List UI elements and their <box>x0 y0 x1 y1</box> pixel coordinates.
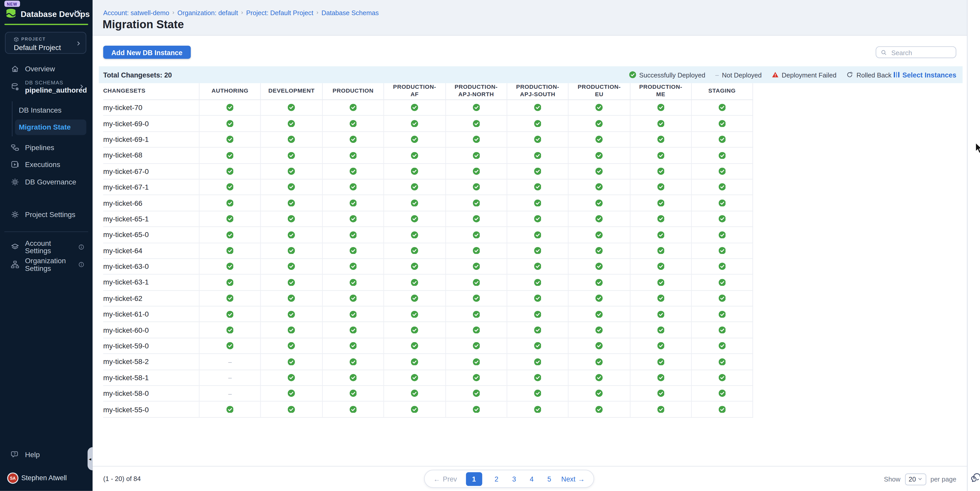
changeset-name-cell[interactable]: my-ticket-58-0 <box>103 386 199 402</box>
status-cell <box>568 132 630 148</box>
sidebar-item-project-settings[interactable]: Project Settings <box>0 207 92 222</box>
status-cell <box>507 338 568 354</box>
sidebar-item-overview[interactable]: Overview <box>0 61 92 76</box>
page-number-2[interactable]: 2 <box>493 475 500 483</box>
deployed-check-icon <box>657 152 665 159</box>
search-input[interactable] <box>890 48 956 57</box>
changeset-name-cell[interactable]: my-ticket-60-0 <box>103 323 199 338</box>
sidebar-item-organization-settings[interactable]: Organization Settings <box>0 257 92 272</box>
project-selector[interactable]: PROJECT Default Project <box>5 32 86 54</box>
sidebar-item-executions[interactable]: Executions <box>0 157 92 172</box>
pagination-range: (1 - 20) of 84 <box>103 475 141 482</box>
governance-gear-icon <box>11 177 19 186</box>
changeset-name-cell[interactable]: my-ticket-67-0 <box>103 164 199 180</box>
deployed-check-icon <box>473 136 480 143</box>
status-cell <box>507 323 568 338</box>
status-cell <box>260 402 322 418</box>
sidebar-item-help[interactable]: ? Help <box>0 447 92 462</box>
status-cell <box>383 354 445 370</box>
changeset-name-cell[interactable]: my-ticket-69-1 <box>103 132 199 148</box>
deployed-check-icon <box>718 279 725 286</box>
page-number-5[interactable]: 5 <box>546 475 553 483</box>
status-cell <box>383 275 445 291</box>
prev-page-button[interactable]: ← Prev <box>434 475 457 483</box>
status-cell <box>322 354 383 370</box>
deployed-check-icon <box>226 120 234 127</box>
sidebar-collapse-handle[interactable]: ◀ <box>88 447 92 470</box>
help-chat-icon: ? <box>11 450 19 459</box>
changeset-name-cell[interactable]: my-ticket-62 <box>103 291 199 307</box>
status-cell <box>445 116 507 132</box>
status-cell <box>260 338 322 354</box>
changeset-name-cell[interactable]: my-ticket-58-2 <box>103 354 199 370</box>
sidebar-item-account-settings[interactable]: Account Settings <box>0 240 92 255</box>
sidebar-item-db-schemas[interactable]: DB SCHEMAS pipeline_authored <box>0 78 92 96</box>
changeset-name-cell[interactable]: my-ticket-70 <box>103 100 199 116</box>
sidebar-item-db-instances[interactable]: DB Instances <box>0 105 92 115</box>
breadcrumb-separator: › <box>238 10 246 16</box>
legend-item: Rolled Back <box>846 71 891 78</box>
sidebar-item-pipelines[interactable]: Pipelines <box>0 140 92 155</box>
deployed-check-icon <box>596 279 603 286</box>
add-db-instance-button[interactable]: Add New DB Instance <box>103 46 191 59</box>
deployed-check-icon <box>657 406 665 413</box>
changeset-name-cell[interactable]: my-ticket-58-1 <box>103 370 199 386</box>
changeset-name-cell[interactable]: my-ticket-61-0 <box>103 307 199 323</box>
status-cell <box>260 100 322 116</box>
deployed-check-icon <box>226 104 234 111</box>
sidebar-item-label: Help <box>25 451 40 459</box>
support-chat-icon[interactable] <box>970 472 980 484</box>
status-cell <box>630 402 691 418</box>
status-cell <box>507 402 568 418</box>
deployed-check-icon <box>534 104 541 111</box>
changeset-name-cell[interactable]: my-ticket-68 <box>103 148 199 164</box>
status-cell <box>568 100 630 116</box>
deployed-check-icon <box>349 358 356 365</box>
deployed-check-icon <box>473 342 480 350</box>
page-number-3[interactable]: 3 <box>511 475 517 483</box>
status-cell <box>383 116 445 132</box>
status-cell <box>691 148 753 164</box>
breadcrumb-link[interactable]: Organization: default <box>178 9 238 16</box>
page-size-select[interactable]: 20 <box>905 473 926 485</box>
sidebar-item-db-governance[interactable]: DB Governance <box>0 174 92 189</box>
changeset-name-cell[interactable]: my-ticket-65-0 <box>103 227 199 243</box>
app-switcher-icon[interactable] <box>75 10 81 17</box>
user-menu[interactable]: SA Stephen Atwell <box>0 470 92 485</box>
sidebar-item-migration-state[interactable]: Migration State <box>15 119 86 135</box>
select-instances-button[interactable]: Select Instances <box>894 71 956 78</box>
deployed-check-icon <box>596 199 603 207</box>
breadcrumb-link[interactable]: Account: satwell-demo <box>103 9 169 16</box>
changeset-name-cell[interactable]: my-ticket-64 <box>103 243 199 259</box>
deployed-check-icon <box>226 199 234 207</box>
status-cell <box>322 370 383 386</box>
deployed-check-icon <box>596 295 603 302</box>
column-header: PRODUCTION-EU <box>568 83 630 100</box>
status-cell <box>383 402 445 418</box>
deployed-check-icon <box>534 263 541 270</box>
deployed-check-icon <box>226 279 234 286</box>
dash-icon: – <box>715 72 719 78</box>
changeset-name-cell[interactable]: my-ticket-66 <box>103 195 199 211</box>
changeset-name-cell[interactable]: my-ticket-69-0 <box>103 116 199 132</box>
screen: NEW Database DevOps PROJECT <box>0 0 980 491</box>
next-page-button[interactable]: Next → <box>561 475 585 483</box>
deployed-check-icon <box>718 247 725 254</box>
changeset-name-cell[interactable]: my-ticket-59-0 <box>103 338 199 354</box>
status-cell <box>568 275 630 291</box>
status-cell <box>691 132 753 148</box>
sidebar-divider <box>4 231 88 232</box>
changeset-name-cell[interactable]: my-ticket-65-1 <box>103 211 199 227</box>
deployed-check-icon <box>411 279 418 286</box>
breadcrumb-link[interactable]: Project: Default Project <box>246 9 313 16</box>
page-number-1[interactable]: 1 <box>466 472 482 486</box>
changeset-name-cell[interactable]: my-ticket-63-1 <box>103 275 199 291</box>
page-number-4[interactable]: 4 <box>528 475 535 483</box>
changeset-name-cell[interactable]: my-ticket-63-0 <box>103 259 199 275</box>
deployed-check-icon <box>534 231 541 238</box>
deployed-check-icon <box>288 279 295 286</box>
status-cell <box>322 148 383 164</box>
changeset-name-cell[interactable]: my-ticket-55-0 <box>103 402 199 418</box>
changeset-name-cell[interactable]: my-ticket-67-1 <box>103 180 199 195</box>
breadcrumb-link[interactable]: Database Schemas <box>321 9 379 16</box>
